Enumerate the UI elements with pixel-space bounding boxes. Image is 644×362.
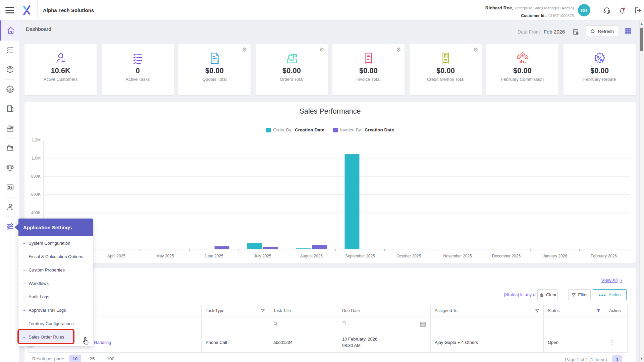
action-button[interactable]: ●●● Action <box>593 289 627 300</box>
data-from-value: Feb 2026 <box>544 29 565 35</box>
cell-status: Open <box>544 332 605 353</box>
app-header: Alpha Tech Solutions Richard Roe, Enterp… <box>0 0 644 20</box>
filter-cell-status[interactable] <box>544 316 605 332</box>
apps-grid-icon[interactable] <box>624 27 632 35</box>
svg-text:February 2026: February 2026 <box>591 254 617 258</box>
dash-icon: – <box>23 241 25 246</box>
cash-register-icon <box>285 51 299 65</box>
column-due-date[interactable]: Due Date ↓ <box>338 305 431 316</box>
refresh-icon <box>590 28 595 34</box>
filter-cell-assigned-to[interactable] <box>431 316 544 332</box>
flyout-item-custom-properties[interactable]: –Custom Properties <box>18 263 93 277</box>
logout-icon[interactable] <box>634 6 642 14</box>
page-size-option-100[interactable]: 100 <box>103 355 118 362</box>
kpi-card-invoice-total: ⚙ $0.00 Invoice Total <box>332 44 405 95</box>
sidebar-item-ledger[interactable]: D C <box>0 160 20 176</box>
user-role: Enterprise Sales Manager (Admin) <box>515 6 574 10</box>
support-headset-icon[interactable] <box>603 6 611 14</box>
filter-button[interactable]: Filter <box>568 289 591 300</box>
flyout-item-sales-order-rules[interactable]: –Sales Order Rules <box>19 330 74 344</box>
flyout-item-workflows[interactable]: –Workflows <box>18 277 93 290</box>
column-filter-icon[interactable] <box>261 309 265 313</box>
kpi-value: $0.00 <box>486 66 558 75</box>
filter-cell-due-date[interactable] <box>338 316 431 332</box>
checklist-icon <box>131 51 145 65</box>
clear-button[interactable]: Clear <box>537 289 558 300</box>
column-filter-icon[interactable] <box>535 309 539 313</box>
filter-cell-task-title[interactable] <box>269 316 338 332</box>
sidebar-item-orders[interactable] <box>0 120 20 136</box>
card-settings-gear-icon[interactable]: ⚙ <box>319 47 324 53</box>
dash-icon: – <box>23 294 25 299</box>
row-actions-kebab-icon[interactable]: ⋮ <box>605 332 628 353</box>
scrollbar-thumb[interactable] <box>640 28 643 51</box>
svg-text:1.0M: 1.0M <box>32 156 41 161</box>
calendar-icon[interactable] <box>420 321 426 327</box>
svg-text:600K: 600K <box>31 192 41 197</box>
add-user-icon <box>6 202 14 211</box>
rebate-percent-icon <box>593 51 607 65</box>
view-all-link[interactable]: View All › <box>601 277 622 284</box>
calendar-settings-icon[interactable] <box>572 28 580 36</box>
debit-credit-scales-icon: D C <box>6 163 14 172</box>
column-filter-active-icon[interactable] <box>596 309 601 313</box>
tasks-table: Task Type Task Title Due Date ↓ Assigned… <box>29 305 628 353</box>
vertical-scrollbar[interactable] <box>639 20 644 362</box>
kpi-card-quotes-total: ⚙ $ $0.00 Quotes Total <box>178 44 251 95</box>
page-size-option-25[interactable]: 25 <box>86 355 98 362</box>
sidebar-item-tasks[interactable] <box>0 42 20 58</box>
user-avatar[interactable]: RR <box>578 4 590 16</box>
flyout-item-approval-trail-logs[interactable]: –Approval Trail Logs <box>18 303 93 317</box>
notifications-bell-icon[interactable] <box>618 6 626 14</box>
sidebar-item-add-user[interactable] <box>0 199 20 215</box>
sidebar-divider <box>5 217 15 217</box>
commission-icon: $ $ $ <box>516 51 530 65</box>
sidebar-divider <box>5 158 15 158</box>
svg-text:August 2025: August 2025 <box>300 254 323 258</box>
flyout-item-system-configuration[interactable]: –System Configuration <box>18 236 93 250</box>
sidebar-item-pricing[interactable]: $ <box>0 81 20 97</box>
table-row[interactable]: Phone Call abcd1234 10 February, 2026 08… <box>29 332 628 353</box>
kpi-label: Orders Total <box>267 77 317 82</box>
task-name-link[interactable]: Handling <box>94 340 111 345</box>
svg-text:September 2025: September 2025 <box>345 254 375 258</box>
svg-text:800K: 800K <box>31 174 41 179</box>
kpi-card-active-tasks: 0 Active Tasks <box>102 44 174 95</box>
sales-performance-panel: Sales Performance Order By: Creation Dat… <box>24 102 636 263</box>
flyout-item-audit-logs[interactable]: –Audit Logs <box>18 290 93 303</box>
dash-icon: – <box>23 321 25 326</box>
scrollbar-up-arrow[interactable]: ▲ <box>639 21 644 26</box>
svg-text:$: $ <box>445 54 447 58</box>
settings-sliders-icon <box>6 222 14 231</box>
sidebar-item-purchases[interactable] <box>0 140 20 156</box>
card-settings-gear-icon[interactable]: ⚙ <box>242 47 247 53</box>
sidebar-item-products[interactable] <box>0 61 20 77</box>
svg-text:C: C <box>11 166 13 168</box>
sidebar-item-reports[interactable] <box>0 179 20 195</box>
refresh-button[interactable]: Refresh <box>586 25 618 37</box>
app-logo[interactable] <box>16 0 38 20</box>
customer-id-value: CUST1000875 <box>548 14 574 18</box>
page-number-button[interactable]: 1 <box>612 355 622 362</box>
hamburger-menu-icon[interactable] <box>5 7 14 13</box>
table-header-row: Task Type Task Title Due Date ↓ Assigned… <box>29 305 628 316</box>
filter-label: Filter <box>578 292 588 297</box>
company-name: Alpha Tech Solutions <box>43 7 94 13</box>
page-size-option-10[interactable]: 10 <box>69 355 81 362</box>
flyout-item-fiscal-calculation-options[interactable]: –Fiscal & Calculation Options <box>18 250 93 263</box>
card-settings-gear-icon[interactable]: ⚙ <box>396 47 401 53</box>
scrollbar-down-arrow[interactable]: ▼ <box>639 356 644 361</box>
page-summary: Page 1 of 1 (1 items) <box>565 357 607 362</box>
chart-bar <box>312 245 327 249</box>
kpi-card-orders-total: ⚙ $0.00 Orders Total <box>256 44 328 95</box>
sidebar-item-home[interactable] <box>0 20 20 41</box>
flyout-item-territory-configurations[interactable]: –Territory Configurations <box>18 317 93 330</box>
sidebar-item-accounts[interactable] <box>0 101 20 117</box>
tasks-checklist-icon <box>6 46 14 54</box>
card-settings-gear-icon[interactable]: ⚙ <box>473 47 478 53</box>
filter-cell-task-type[interactable] <box>202 316 269 332</box>
cell-due-date: 10 February, 2026 08:30 AM <box>338 332 431 353</box>
kpi-value: $0.00 <box>332 66 405 75</box>
sort-descending-icon[interactable]: ↓ <box>424 308 426 313</box>
dash-icon: – <box>23 308 25 313</box>
